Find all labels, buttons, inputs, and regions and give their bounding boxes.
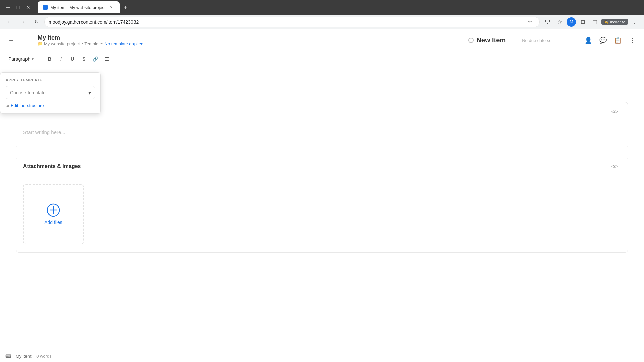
profile-circle-button[interactable]: M — [567, 17, 576, 27]
bold-button[interactable]: B — [45, 54, 55, 64]
extensions-button[interactable]: ⊞ — [577, 17, 588, 27]
minimize-button[interactable]: ─ — [4, 3, 12, 11]
content-code-button[interactable]: </> — [609, 108, 621, 116]
apply-template-popup: APPLY TEMPLATE Choose template ▾ or Edit… — [0, 72, 101, 114]
header-item-info: My item 📁 My website project • Template:… — [38, 34, 464, 46]
folder-icon: 📁 — [38, 41, 43, 46]
add-files-button[interactable]: Add files — [23, 184, 84, 244]
content-section-body[interactable]: Start writing here... — [16, 121, 628, 148]
comment-icon: 💬 — [599, 37, 607, 44]
tab-bar: My item - My website project × + — [38, 1, 640, 13]
meta-separator: • — [82, 41, 83, 46]
template-link[interactable]: No template applied — [105, 41, 144, 46]
item-title: My item — [38, 34, 464, 41]
app-header: ← ≡ My item 📁 My website project • Templ… — [0, 29, 644, 51]
word-count: 0 words — [36, 354, 52, 359]
keyboard-icon: ⌨ — [5, 354, 12, 359]
shield-icon-btn[interactable]: 🛡 — [542, 17, 553, 27]
attachments-code-button[interactable]: </> — [609, 162, 621, 170]
back-nav-button[interactable]: ← — [4, 17, 15, 27]
incognito-badge: 🕵 Incognito — [601, 19, 628, 25]
content-section: Content </> Start writing here... — [16, 102, 628, 148]
strikethrough-button[interactable]: S — [79, 54, 89, 64]
due-date-text: No due date set — [522, 38, 553, 43]
content-placeholder: Start writing here... — [23, 129, 65, 135]
add-files-label: Add files — [44, 220, 62, 225]
bookmark-star-button[interactable]: ☆ — [554, 17, 565, 27]
edit-structure-link[interactable]: Edit the structure — [11, 103, 44, 108]
list-button[interactable]: ☰ — [102, 54, 112, 64]
italic-button[interactable]: I — [56, 54, 66, 64]
app-container: ← ≡ My item 📁 My website project • Templ… — [0, 29, 644, 362]
attachments-section-body: Add files — [16, 176, 628, 252]
content-section-header: Content </> — [16, 102, 628, 121]
tab-close-button[interactable]: × — [108, 4, 114, 10]
toolbar-divider-1 — [42, 55, 42, 63]
link-icon: 🔗 — [93, 56, 98, 62]
list-icon: ☰ — [105, 56, 109, 62]
new-tab-button[interactable]: + — [121, 3, 130, 12]
paragraph-select[interactable]: Paragraph ▾ — [5, 55, 39, 63]
browser-nav-icons: 🛡 ☆ M ⊞ ◫ 🕵 Incognito ⋮ — [542, 17, 640, 27]
underline-button[interactable]: U — [67, 54, 77, 64]
template-label: Template: — [84, 41, 103, 46]
bookmark-button[interactable]: ☆ — [525, 17, 535, 27]
attachments-section: Attachments & Images </> — [16, 157, 628, 253]
add-files-icon — [47, 203, 60, 217]
popup-or-line: or Edit the structure — [6, 103, 95, 108]
new-item-label: New Item — [476, 36, 506, 44]
popup-title: APPLY TEMPLATE — [6, 78, 95, 82]
forward-nav-button[interactable]: → — [17, 17, 28, 27]
clipboard-button[interactable]: 📋 — [612, 34, 624, 46]
chrome-menu-button[interactable]: ⋮ — [629, 17, 640, 27]
attachments-section-title: Attachments & Images — [23, 163, 81, 169]
menu-toggle-button[interactable]: ≡ — [21, 34, 34, 46]
address-text: moodjoy.gathercontent.com/item/17423032 — [49, 19, 522, 25]
window-controls: ─ □ ✕ — [4, 3, 32, 11]
status-circle — [468, 38, 474, 43]
item-meta: 📁 My website project • Template: No temp… — [38, 41, 464, 46]
project-name: My website project — [44, 41, 80, 46]
active-tab[interactable]: My item - My website project × — [38, 1, 120, 13]
editor-toolbar: Paragraph ▾ B I U S 🔗 ☰ — [0, 51, 644, 67]
status-bar: ⌨ My item: 0 words — [0, 350, 644, 362]
editor-area[interactable]: APPLY TEMPLATE Choose template ▾ or Edit… — [0, 67, 644, 350]
more-icon: ⋮ — [630, 37, 636, 44]
tab-title: My item - My website project — [50, 5, 106, 10]
template-select-wrapper: Choose template ▾ — [6, 86, 95, 99]
template-select[interactable]: Choose template — [6, 86, 95, 99]
address-bar[interactable]: moodjoy.gathercontent.com/item/17423032 … — [44, 17, 540, 27]
sidebar-button[interactable]: ◫ — [589, 17, 600, 27]
attachments-section-header: Attachments & Images </> — [16, 157, 628, 176]
browser-chrome: ─ □ ✕ My item - My website project × + — [0, 0, 644, 15]
maximize-button[interactable]: □ — [14, 3, 22, 11]
due-date-area: No due date set — [522, 37, 553, 43]
more-options-button[interactable]: ⋮ — [627, 34, 639, 46]
link-button[interactable]: 🔗 — [90, 54, 100, 64]
close-button[interactable]: ✕ — [24, 3, 32, 11]
item-status: New Item — [468, 36, 506, 44]
status-item-label: My item: — [16, 354, 32, 359]
editor-sections: Content </> Start writing here... Attach… — [16, 102, 628, 253]
main-content: APPLY TEMPLATE Choose template ▾ or Edit… — [0, 67, 644, 350]
back-button[interactable]: ← — [5, 34, 17, 46]
clipboard-icon: 📋 — [614, 37, 622, 44]
header-right: New Item No due date set 👤 💬 📋 ⋮ — [468, 34, 639, 46]
nav-bar: ← → ↻ moodjoy.gathercontent.com/item/174… — [0, 15, 644, 29]
comment-button[interactable]: 💬 — [597, 34, 609, 46]
refresh-button[interactable]: ↻ — [31, 17, 42, 27]
tab-favicon — [43, 5, 48, 10]
user-icon: 👤 — [585, 37, 592, 44]
template-placeholder: Choose template — [10, 90, 46, 95]
user-action-button[interactable]: 👤 — [582, 34, 594, 46]
